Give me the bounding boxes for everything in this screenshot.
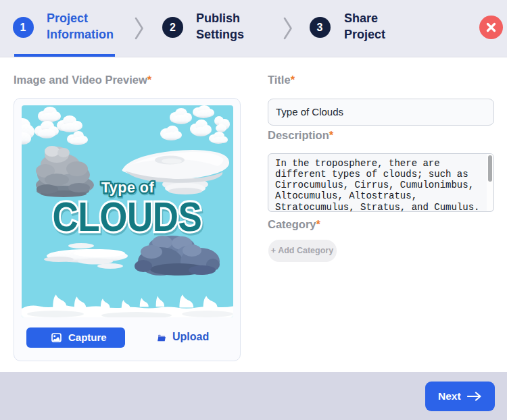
svg-text:CLOUDS: CLOUDS	[53, 193, 202, 239]
